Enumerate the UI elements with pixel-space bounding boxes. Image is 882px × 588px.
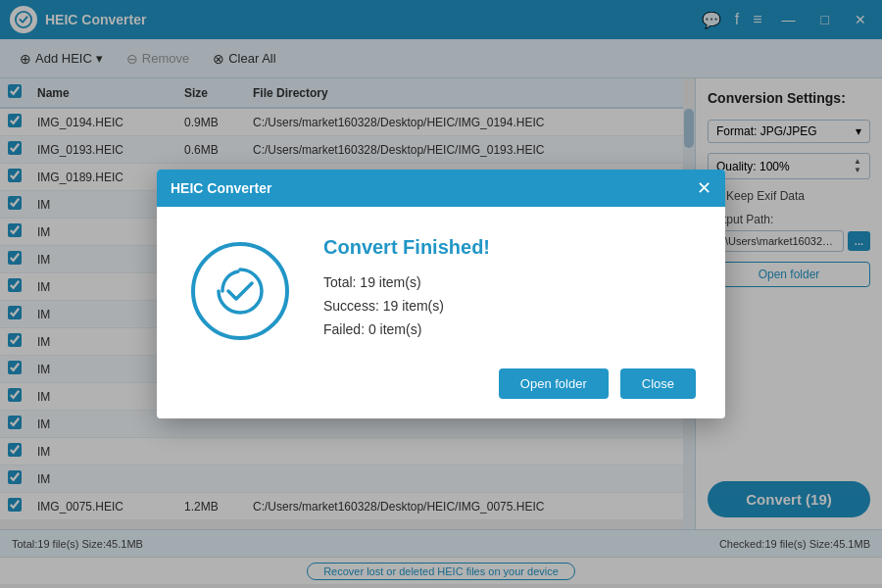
modal-overlay: HEIC Converter ✕ Convert Finished! Total… bbox=[0, 0, 882, 588]
modal-icon-area bbox=[186, 237, 294, 345]
modal-close-x-button[interactable]: ✕ bbox=[697, 179, 711, 197]
modal-total: Total: 19 item(s) bbox=[323, 274, 696, 290]
modal-footer: Open folder Close bbox=[157, 368, 725, 418]
modal-open-folder-button[interactable]: Open folder bbox=[499, 368, 609, 399]
modal-failed: Failed: 0 item(s) bbox=[323, 321, 696, 337]
modal-header: HEIC Converter ✕ bbox=[157, 170, 725, 207]
convert-finished-modal: HEIC Converter ✕ Convert Finished! Total… bbox=[157, 170, 725, 418]
success-circle-icon bbox=[191, 242, 289, 340]
modal-success: Success: 19 item(s) bbox=[323, 298, 696, 314]
modal-close-button[interactable]: Close bbox=[620, 368, 696, 399]
modal-body: Convert Finished! Total: 19 item(s) Succ… bbox=[157, 207, 725, 368]
modal-heading: Convert Finished! bbox=[323, 236, 696, 259]
modal-title: HEIC Converter bbox=[171, 180, 271, 196]
modal-content: Convert Finished! Total: 19 item(s) Succ… bbox=[323, 236, 696, 345]
